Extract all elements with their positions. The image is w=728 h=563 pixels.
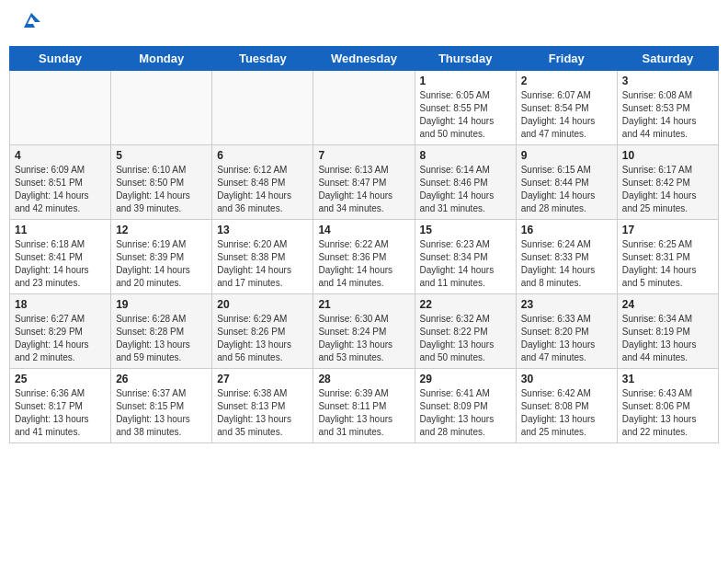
logo-icon bbox=[18, 9, 44, 35]
logo bbox=[15, 13, 44, 35]
day-info: Sunrise: 6:28 AMSunset: 8:28 PMDaylight:… bbox=[116, 313, 207, 364]
day-number: 9 bbox=[521, 149, 612, 162]
day-cell: 12Sunrise: 6:19 AMSunset: 8:39 PMDayligh… bbox=[111, 220, 212, 294]
day-number: 15 bbox=[420, 224, 511, 236]
day-info: Sunrise: 6:23 AMSunset: 8:34 PMDaylight:… bbox=[420, 238, 511, 290]
day-number: 6 bbox=[217, 149, 308, 162]
day-cell: 3Sunrise: 6:08 AMSunset: 8:53 PMDaylight… bbox=[617, 71, 718, 145]
day-cell bbox=[111, 71, 212, 145]
day-info: Sunrise: 6:20 AMSunset: 8:38 PMDaylight:… bbox=[217, 238, 308, 290]
day-cell: 26Sunrise: 6:37 AMSunset: 8:15 PMDayligh… bbox=[111, 369, 212, 443]
day-info: Sunrise: 6:32 AMSunset: 8:22 PMDaylight:… bbox=[420, 313, 511, 364]
day-number: 17 bbox=[622, 224, 713, 236]
day-cell: 25Sunrise: 6:36 AMSunset: 8:17 PMDayligh… bbox=[10, 369, 111, 443]
day-cell: 31Sunrise: 6:43 AMSunset: 8:06 PMDayligh… bbox=[617, 369, 718, 443]
day-number: 4 bbox=[15, 149, 106, 162]
day-info: Sunrise: 6:33 AMSunset: 8:20 PMDaylight:… bbox=[521, 313, 612, 364]
day-cell: 19Sunrise: 6:28 AMSunset: 8:28 PMDayligh… bbox=[111, 294, 212, 369]
day-cell: 24Sunrise: 6:34 AMSunset: 8:19 PMDayligh… bbox=[617, 294, 718, 369]
day-cell bbox=[10, 71, 111, 145]
day-info: Sunrise: 6:12 AMSunset: 8:48 PMDaylight:… bbox=[217, 164, 308, 215]
day-info: Sunrise: 6:18 AMSunset: 8:41 PMDaylight:… bbox=[15, 238, 106, 290]
day-cell: 5Sunrise: 6:10 AMSunset: 8:50 PMDaylight… bbox=[111, 145, 212, 220]
day-info: Sunrise: 6:25 AMSunset: 8:31 PMDaylight:… bbox=[622, 238, 713, 290]
day-cell: 11Sunrise: 6:18 AMSunset: 8:41 PMDayligh… bbox=[10, 220, 111, 294]
weekday-header-saturday: Saturday bbox=[617, 47, 718, 71]
day-info: Sunrise: 6:34 AMSunset: 8:19 PMDaylight:… bbox=[622, 313, 713, 364]
day-number: 29 bbox=[420, 373, 511, 385]
day-info: Sunrise: 6:42 AMSunset: 8:08 PMDaylight:… bbox=[521, 387, 612, 439]
weekday-header-friday: Friday bbox=[516, 47, 617, 71]
day-number: 21 bbox=[318, 298, 409, 311]
day-info: Sunrise: 6:19 AMSunset: 8:39 PMDaylight:… bbox=[116, 238, 207, 290]
day-number: 14 bbox=[318, 224, 409, 236]
day-number: 28 bbox=[318, 373, 409, 385]
day-cell: 14Sunrise: 6:22 AMSunset: 8:36 PMDayligh… bbox=[313, 220, 415, 294]
day-number: 8 bbox=[420, 149, 511, 162]
calendar: SundayMondayTuesdayWednesdayThursdayFrid… bbox=[9, 46, 719, 443]
weekday-header-wednesday: Wednesday bbox=[313, 47, 415, 71]
day-number: 13 bbox=[217, 224, 308, 236]
day-info: Sunrise: 6:22 AMSunset: 8:36 PMDaylight:… bbox=[318, 238, 409, 290]
day-info: Sunrise: 6:37 AMSunset: 8:15 PMDaylight:… bbox=[116, 387, 207, 439]
day-cell: 9Sunrise: 6:15 AMSunset: 8:44 PMDaylight… bbox=[516, 145, 617, 220]
day-number: 1 bbox=[420, 75, 511, 87]
day-info: Sunrise: 6:36 AMSunset: 8:17 PMDaylight:… bbox=[15, 387, 106, 439]
day-info: Sunrise: 6:41 AMSunset: 8:09 PMDaylight:… bbox=[420, 387, 511, 439]
day-cell: 29Sunrise: 6:41 AMSunset: 8:09 PMDayligh… bbox=[415, 369, 516, 443]
day-number: 27 bbox=[217, 373, 308, 385]
day-number: 2 bbox=[521, 75, 612, 87]
day-cell: 2Sunrise: 6:07 AMSunset: 8:54 PMDaylight… bbox=[516, 71, 617, 145]
day-info: Sunrise: 6:27 AMSunset: 8:29 PMDaylight:… bbox=[15, 313, 106, 364]
day-info: Sunrise: 6:14 AMSunset: 8:46 PMDaylight:… bbox=[420, 164, 511, 215]
day-cell: 21Sunrise: 6:30 AMSunset: 8:24 PMDayligh… bbox=[313, 294, 415, 369]
day-info: Sunrise: 6:17 AMSunset: 8:42 PMDaylight:… bbox=[622, 164, 713, 215]
day-info: Sunrise: 6:38 AMSunset: 8:13 PMDaylight:… bbox=[217, 387, 308, 439]
day-info: Sunrise: 6:13 AMSunset: 8:47 PMDaylight:… bbox=[318, 164, 409, 215]
day-info: Sunrise: 6:07 AMSunset: 8:54 PMDaylight:… bbox=[521, 89, 612, 141]
day-info: Sunrise: 6:10 AMSunset: 8:50 PMDaylight:… bbox=[116, 164, 207, 215]
day-info: Sunrise: 6:29 AMSunset: 8:26 PMDaylight:… bbox=[217, 313, 308, 364]
day-cell: 27Sunrise: 6:38 AMSunset: 8:13 PMDayligh… bbox=[212, 369, 313, 443]
day-info: Sunrise: 6:08 AMSunset: 8:53 PMDaylight:… bbox=[622, 89, 713, 141]
day-info: Sunrise: 6:09 AMSunset: 8:51 PMDaylight:… bbox=[15, 164, 106, 215]
day-cell: 4Sunrise: 6:09 AMSunset: 8:51 PMDaylight… bbox=[10, 145, 111, 220]
day-number: 20 bbox=[217, 298, 308, 311]
day-cell: 15Sunrise: 6:23 AMSunset: 8:34 PMDayligh… bbox=[415, 220, 516, 294]
day-cell: 17Sunrise: 6:25 AMSunset: 8:31 PMDayligh… bbox=[617, 220, 718, 294]
week-row-4: 18Sunrise: 6:27 AMSunset: 8:29 PMDayligh… bbox=[10, 294, 719, 369]
day-cell: 13Sunrise: 6:20 AMSunset: 8:38 PMDayligh… bbox=[212, 220, 313, 294]
day-number: 26 bbox=[116, 373, 207, 385]
day-cell: 8Sunrise: 6:14 AMSunset: 8:46 PMDaylight… bbox=[415, 145, 516, 220]
day-number: 22 bbox=[420, 298, 511, 311]
week-row-1: 1Sunrise: 6:05 AMSunset: 8:55 PMDaylight… bbox=[10, 71, 719, 145]
day-number: 12 bbox=[116, 224, 207, 236]
day-number: 24 bbox=[622, 298, 713, 311]
weekday-header-sunday: Sunday bbox=[10, 47, 111, 71]
day-number: 30 bbox=[521, 373, 612, 385]
day-cell bbox=[313, 71, 415, 145]
day-number: 5 bbox=[116, 149, 207, 162]
day-cell: 6Sunrise: 6:12 AMSunset: 8:48 PMDaylight… bbox=[212, 145, 313, 220]
day-cell: 20Sunrise: 6:29 AMSunset: 8:26 PMDayligh… bbox=[212, 294, 313, 369]
day-info: Sunrise: 6:15 AMSunset: 8:44 PMDaylight:… bbox=[521, 164, 612, 215]
day-number: 25 bbox=[15, 373, 106, 385]
day-info: Sunrise: 6:30 AMSunset: 8:24 PMDaylight:… bbox=[318, 313, 409, 364]
day-cell: 7Sunrise: 6:13 AMSunset: 8:47 PMDaylight… bbox=[313, 145, 415, 220]
weekday-header-thursday: Thursday bbox=[415, 47, 516, 71]
day-number: 31 bbox=[622, 373, 713, 385]
day-info: Sunrise: 6:39 AMSunset: 8:11 PMDaylight:… bbox=[318, 387, 409, 439]
day-cell: 10Sunrise: 6:17 AMSunset: 8:42 PMDayligh… bbox=[617, 145, 718, 220]
day-cell: 16Sunrise: 6:24 AMSunset: 8:33 PMDayligh… bbox=[516, 220, 617, 294]
day-number: 11 bbox=[15, 224, 106, 236]
week-row-3: 11Sunrise: 6:18 AMSunset: 8:41 PMDayligh… bbox=[10, 220, 719, 294]
day-info: Sunrise: 6:24 AMSunset: 8:33 PMDaylight:… bbox=[521, 238, 612, 290]
weekday-header-tuesday: Tuesday bbox=[212, 47, 313, 71]
svg-marker-0 bbox=[22, 13, 40, 31]
weekday-header-row: SundayMondayTuesdayWednesdayThursdayFrid… bbox=[10, 47, 719, 71]
day-cell: 18Sunrise: 6:27 AMSunset: 8:29 PMDayligh… bbox=[10, 294, 111, 369]
day-cell bbox=[212, 71, 313, 145]
week-row-5: 25Sunrise: 6:36 AMSunset: 8:17 PMDayligh… bbox=[10, 369, 719, 443]
day-number: 23 bbox=[521, 298, 612, 311]
day-cell: 28Sunrise: 6:39 AMSunset: 8:11 PMDayligh… bbox=[313, 369, 415, 443]
